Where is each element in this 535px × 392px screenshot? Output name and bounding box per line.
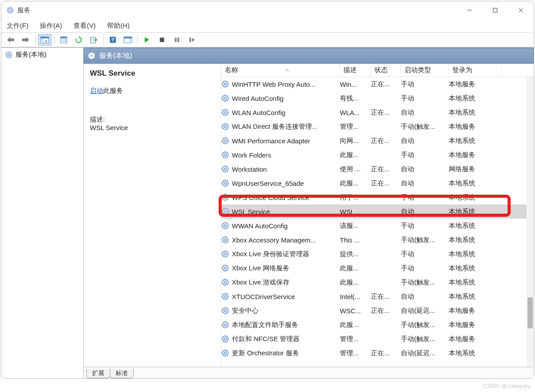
cell-logon: 本地系统	[449, 94, 502, 103]
export-list-button[interactable]	[87, 34, 100, 46]
tab-standard[interactable]: 标准	[110, 369, 134, 378]
gear-icon	[88, 52, 96, 60]
nav-tree: 服务(本地)	[1, 48, 84, 378]
svg-point-97	[224, 154, 227, 156]
cell-start: 手动	[401, 222, 449, 230]
tab-extended[interactable]: 扩展	[86, 369, 110, 378]
close-button[interactable]	[508, 1, 534, 19]
svg-point-147	[224, 225, 227, 227]
cell-logon: 本地系统	[449, 179, 502, 188]
svg-point-43	[8, 54, 10, 56]
svg-point-77	[224, 126, 227, 128]
selected-service-name: WSL Service	[90, 69, 215, 78]
menu-help[interactable]: 帮助(H)	[106, 22, 131, 30]
col-desc[interactable]: 描述	[340, 64, 371, 77]
col-name[interactable]: 名称	[221, 64, 340, 77]
nav-item-services-local[interactable]: 服务(本地)	[2, 50, 82, 60]
detail-header-label: 服务(本地)	[99, 51, 132, 61]
properties-button[interactable]	[57, 34, 70, 46]
svg-point-107	[224, 168, 227, 170]
table-row[interactable]: WpnUserService_65ade此服...正在...自动本地系统	[221, 176, 527, 190]
col-logon-as[interactable]: 登录为	[449, 64, 502, 77]
col-start-type[interactable]: 启动类型	[401, 64, 449, 77]
toolbar-separator	[54, 35, 54, 45]
table-row[interactable]: 本地配置文件助手服务此服...手动(触发...本地服务	[221, 318, 527, 332]
maximize-button[interactable]	[482, 1, 508, 19]
svg-point-57	[224, 97, 227, 100]
svg-rect-38	[175, 38, 177, 42]
cell-logon: 本地服务	[449, 80, 502, 88]
cell-name: WpnUserService_65ade	[232, 180, 340, 187]
minimize-button[interactable]	[457, 1, 482, 19]
table-row[interactable]: Xbox Accessory Managem...This ...手动(触发..…	[221, 233, 527, 247]
cell-name: Wired AutoConfig	[232, 95, 340, 102]
gear-icon	[221, 193, 229, 201]
table-row[interactable]: 更新 Orchestrator 服务管理...正在...自动(延迟...本地系统	[221, 346, 527, 360]
table-row[interactable]: WWAN AutoConfig该服...手动本地系统	[221, 219, 527, 233]
cell-name: WLAN AutoConfig	[232, 109, 340, 116]
cell-start: 手动(触发...	[401, 335, 449, 343]
preview-pane-button[interactable]	[121, 34, 135, 46]
table-row[interactable]: Wired AutoConfig有线...手动本地系统	[221, 91, 527, 105]
cell-desc: 管理...	[340, 123, 371, 131]
table-row[interactable]: 付款和 NFC/SE 管理器管理...手动(触发...本地服务	[221, 332, 527, 346]
table-row[interactable]: WMI Performance Adapter向网...正在...自动本地系统	[221, 134, 527, 148]
svg-point-45	[91, 55, 93, 57]
back-button[interactable]	[4, 34, 17, 46]
restart-service-button[interactable]	[185, 34, 199, 46]
gear-icon	[221, 236, 229, 244]
scrollbar-vertical[interactable]	[527, 77, 534, 367]
cell-logon: 网络服务	[449, 165, 502, 173]
table-row[interactable]: WLAN AutoConfigWLA...正在...自动本地系统	[221, 105, 527, 119]
table-row[interactable]: WSL ServiceWSL ...自动本地系统	[221, 204, 527, 219]
menu-action[interactable]: 操作(A)	[39, 22, 63, 30]
stop-service-button[interactable]	[155, 34, 169, 46]
table-row[interactable]: 安全中心WSC...正在...自动(延迟...本地服务	[221, 304, 527, 318]
forward-button[interactable]	[19, 34, 32, 46]
gear-icon	[221, 321, 229, 329]
cell-start: 自动	[401, 292, 449, 301]
menu-file[interactable]: 文件(F)	[6, 22, 29, 30]
table-row[interactable]: Xbox Live 网络服务此服...手动本地系统	[221, 261, 527, 275]
cell-logon: 本地服务	[449, 307, 502, 315]
pause-service-button[interactable]	[170, 34, 184, 46]
svg-rect-20	[41, 38, 43, 43]
col-status[interactable]: 状态	[371, 64, 401, 77]
svg-point-217	[224, 324, 227, 326]
table-row[interactable]: WPS Office Cloud Service用于...手动本地系统	[221, 190, 527, 204]
table-row[interactable]: XTUOCDriverServiceIntel(...正在...自动本地系统	[221, 289, 527, 304]
cell-start: 手动	[401, 151, 449, 159]
cell-desc: 有线...	[340, 94, 371, 103]
svg-point-1	[9, 9, 11, 11]
cell-name: WWAN AutoConfig	[232, 222, 340, 230]
table-row[interactable]: Xbox Live 游戏保存此服...手动(触发...本地系统	[221, 275, 527, 289]
cell-desc: 使用 ...	[340, 165, 371, 173]
cell-start: 手动(触发...	[401, 123, 449, 131]
svg-point-47	[224, 83, 227, 85]
gear-icon	[221, 278, 229, 286]
menu-view[interactable]: 查看(V)	[73, 22, 96, 30]
svg-text:?: ?	[112, 37, 115, 42]
table-row[interactable]: WinHTTP Web Proxy Auto...Win...正在...手动本地…	[221, 77, 527, 91]
refresh-button[interactable]	[72, 34, 85, 46]
table-row[interactable]: Xbox Live 身份验证管理器提供...手动本地系统	[221, 247, 527, 261]
cell-name: 安全中心	[232, 307, 340, 315]
table-row[interactable]: Work Folders此服...手动本地服务	[221, 148, 527, 162]
help-button[interactable]: ?	[106, 34, 119, 46]
gear-icon	[221, 222, 229, 230]
cell-logon: 本地系统	[449, 349, 502, 357]
show-hide-tree-button[interactable]	[38, 34, 51, 46]
table-row[interactable]: Workstation使用 ...正在...自动网络服务	[221, 162, 527, 176]
scrollbar-thumb[interactable]	[527, 297, 533, 328]
table-row[interactable]: WLAN Direct 服务连接管理...管理...手动(触发...本地服务	[221, 119, 527, 134]
gear-icon	[221, 80, 229, 88]
svg-marker-36	[145, 37, 149, 42]
cell-status: 正在...	[371, 307, 401, 315]
start-service-link[interactable]: 启动	[90, 87, 103, 94]
cell-desc: WLA...	[340, 109, 371, 116]
svg-line-9	[8, 12, 9, 13]
start-service-button[interactable]	[140, 34, 154, 46]
cell-name: 本地配置文件助手服务	[232, 321, 340, 329]
svg-point-197	[224, 296, 227, 298]
gear-icon	[221, 264, 229, 272]
